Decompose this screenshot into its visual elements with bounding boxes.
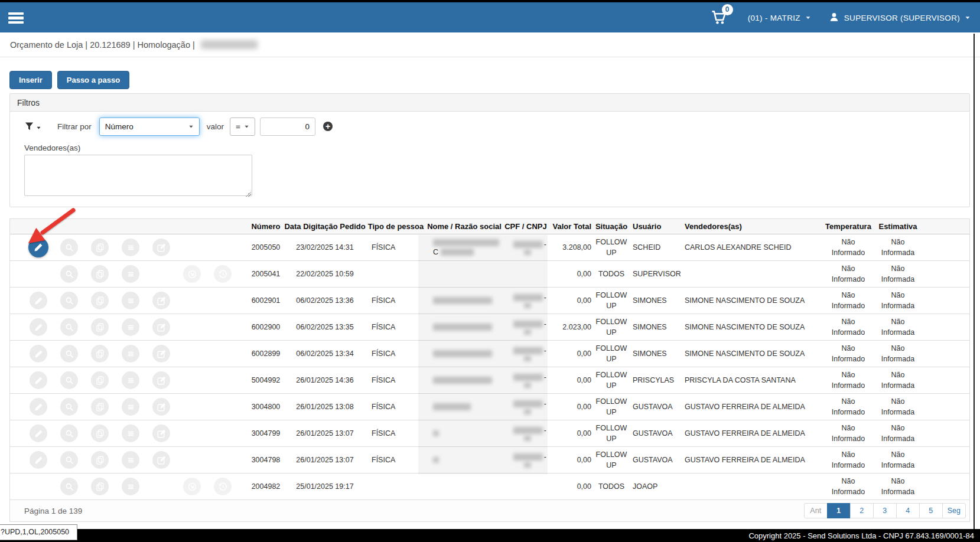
cell-data: 06/02/2025 13:34 [283, 350, 367, 358]
list-icon[interactable] [122, 318, 139, 336]
search-icon[interactable] [60, 292, 78, 309]
pagination-next-button[interactable]: Seg [942, 503, 966, 518]
pencil-icon[interactable] [28, 237, 48, 257]
cell-estimativa: Não Informada [875, 263, 921, 285]
edit-icon[interactable] [152, 292, 170, 309]
list-icon[interactable] [122, 292, 139, 309]
search-icon[interactable] [60, 478, 78, 495]
caret-down-icon [36, 125, 41, 130]
redacted-text-blob [433, 377, 492, 384]
edit-icon[interactable] [152, 318, 170, 336]
col-header-nome: Nome / Razão social [425, 222, 504, 231]
pagination-page-4[interactable]: 4 [896, 503, 920, 518]
toolbar: Inserir Passo a passo [9, 71, 129, 89]
edit-icon[interactable] [152, 425, 170, 442]
cell-situacao: FOLLOW UP [594, 370, 629, 391]
search-icon[interactable] [60, 451, 78, 469]
cell-vendedores: CARLOS ALEXANDRE SCHEID [681, 243, 822, 252]
edit-icon[interactable] [152, 371, 170, 389]
step-by-step-button[interactable]: Passo a passo [57, 71, 129, 89]
resize-handle[interactable] [246, 191, 251, 197]
list-icon[interactable] [122, 425, 139, 442]
list-icon[interactable] [122, 265, 139, 283]
filter-value-input[interactable] [260, 117, 315, 136]
cell-situacao: FOLLOW UP [594, 423, 629, 444]
store-dropdown[interactable]: (01) - MATRIZ [748, 14, 811, 22]
cell-cpf-redacted: - [504, 347, 548, 361]
sellers-textarea[interactable] [24, 155, 252, 196]
pencil-icon[interactable] [30, 425, 47, 442]
search-icon[interactable] [60, 265, 78, 283]
filter-field-select[interactable]: Número [99, 117, 200, 136]
pencil-icon[interactable] [30, 318, 47, 336]
search-icon[interactable] [60, 425, 78, 442]
copy-icon[interactable] [91, 239, 109, 256]
page-summary: Página 1 de 139 [24, 507, 82, 515]
cell-vendedores: SIMONE NASCIMENTO DE SOUZA [681, 350, 822, 358]
pencil-icon[interactable] [30, 345, 47, 363]
pagination-page-1[interactable]: 1 [827, 503, 851, 518]
cell-situacao: FOLLOW UP [594, 449, 629, 471]
search-icon[interactable] [60, 239, 78, 256]
col-header-temperatura: Temperatura [822, 222, 875, 231]
user-dropdown[interactable]: SUPERVISOR (SUPERVISOR) [829, 12, 971, 24]
cell-situacao: FOLLOW UP [594, 396, 629, 417]
copy-icon[interactable] [91, 292, 109, 309]
edit-icon[interactable] [152, 345, 170, 363]
circle-arrow-icon[interactable] [183, 478, 201, 495]
circle-arrow-icon[interactable] [183, 265, 201, 283]
edit-icon[interactable] [152, 239, 170, 256]
search-icon[interactable] [60, 318, 78, 336]
list-icon[interactable] [122, 451, 139, 469]
pencil-icon[interactable] [30, 398, 47, 416]
pagination-page-3[interactable]: 3 [873, 503, 897, 518]
search-icon[interactable] [60, 371, 78, 389]
insert-button[interactable]: Inserir [9, 71, 52, 89]
list-icon[interactable] [122, 478, 139, 495]
hamburger-menu-button[interactable] [8, 12, 24, 24]
col-header-numero: Número [249, 222, 283, 231]
plus-circle-icon[interactable]: + [323, 122, 333, 131]
filters-panel-title: Filtros [10, 94, 969, 112]
pagination-prev-button[interactable]: Ant [804, 503, 828, 518]
copyright-bar: Copyright 2025 - Send Solutions Ltda - C… [0, 529, 980, 542]
col-header-vendedores: Vendedores(as) [681, 222, 822, 231]
cell-vendedores: SIMONE NASCIMENTO DE SOUZA [681, 323, 822, 331]
pencil-icon[interactable] [30, 292, 47, 309]
pencil-icon[interactable] [30, 451, 47, 469]
copy-icon[interactable] [91, 265, 109, 283]
copy-icon[interactable] [91, 318, 109, 336]
window-top-edge [0, 0, 980, 2]
edit-icon[interactable] [152, 398, 170, 416]
cell-tipo: FÍSICA [367, 456, 425, 464]
history-icon[interactable] [214, 265, 232, 283]
list-icon[interactable] [122, 371, 139, 389]
list-icon[interactable] [122, 239, 139, 256]
pencil-icon[interactable] [30, 371, 47, 389]
copy-icon[interactable] [91, 451, 109, 469]
cell-data: 26/01/2025 13:07 [283, 456, 367, 464]
cell-usuario: GUSTAVOA [629, 456, 681, 464]
hamburger-icon [8, 12, 24, 15]
copyright-text: Copyright 2025 - Send Solutions Ltda - C… [748, 531, 974, 540]
filter-menu-button[interactable] [24, 122, 41, 132]
cell-temperatura: Não Informado [822, 316, 875, 338]
breadcrumb-text: Orçamento de Loja | 20.121689 | Homologa… [10, 40, 195, 50]
search-icon[interactable] [60, 398, 78, 416]
copy-icon[interactable] [91, 398, 109, 416]
copy-icon[interactable] [91, 371, 109, 389]
list-icon[interactable] [122, 398, 139, 416]
chevron-down-icon [244, 124, 249, 129]
cart-button[interactable]: 0 [711, 9, 727, 27]
copy-icon[interactable] [91, 425, 109, 442]
list-icon[interactable] [122, 345, 139, 363]
search-icon[interactable] [60, 345, 78, 363]
edit-icon[interactable] [152, 451, 170, 469]
copy-icon[interactable] [91, 478, 109, 495]
history-icon[interactable] [214, 478, 232, 495]
operator-select[interactable]: = [230, 117, 255, 136]
pagination-page-2[interactable]: 2 [850, 503, 874, 518]
pagination-page-5[interactable]: 5 [919, 503, 943, 518]
copy-icon[interactable] [91, 345, 109, 363]
redacted-text-blob [433, 430, 439, 436]
